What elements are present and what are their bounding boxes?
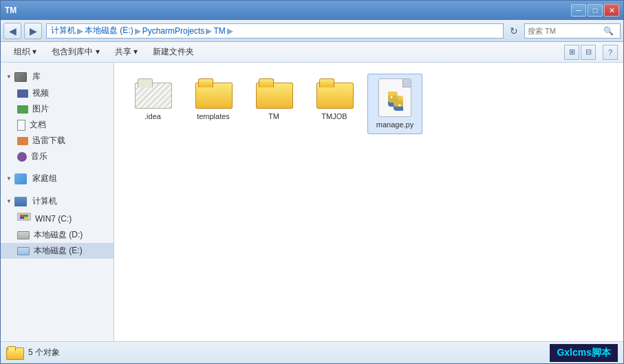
sidebar-item-downloads[interactable]: 迅雷下载: [1, 133, 114, 149]
search-input[interactable]: [528, 27, 603, 35]
file-item-templates[interactable]: templates: [186, 74, 241, 134]
path-part-pyprojects: PycharmProjects: [142, 26, 205, 36]
sidebar-item-music[interactable]: 音乐: [1, 149, 114, 164]
sidebar-item-local-e[interactable]: 本地磁盘 (E:): [1, 243, 114, 259]
drive-d-icon: [17, 231, 30, 239]
refresh-button[interactable]: ↻: [506, 23, 521, 39]
include-library-button[interactable]: 包含到库中 ▾: [44, 44, 107, 61]
close-button[interactable]: ✕: [604, 4, 619, 17]
view-controls: ⊞ ⊟ ?: [564, 45, 618, 60]
sidebar-item-documents[interactable]: 文档: [1, 117, 114, 133]
new-folder-label: 新建文件夹: [153, 46, 194, 58]
sidebar-item-images[interactable]: 图片: [1, 101, 114, 117]
video-icon: [17, 89, 28, 98]
folder-tm-icon: [256, 78, 292, 109]
share-button[interactable]: 共享 ▾: [107, 44, 145, 61]
window-title: TM: [5, 6, 17, 15]
status-count: 5 个对象: [28, 347, 60, 358]
path-part-computer: 计算机: [51, 25, 76, 36]
share-label: 共享 ▾: [115, 46, 138, 58]
status-folder-icon: [6, 346, 23, 360]
computer-collapse-icon: ▼: [6, 198, 12, 204]
win-drive-icon: [17, 212, 31, 225]
content-area: .idea templates TM TMJOB: [114, 63, 623, 341]
forward-button[interactable]: ▶: [24, 23, 42, 39]
computer-label: 计算机: [32, 195, 57, 207]
sidebar-item-music-label: 音乐: [31, 151, 47, 162]
sidebar-item-local-d[interactable]: 本地磁盘 (D:): [1, 227, 114, 243]
lib-icon: [14, 72, 27, 82]
file-label-manage-py: manage.py: [376, 120, 413, 129]
folder-templates-icon: [195, 78, 231, 109]
svg-rect-3: [24, 215, 28, 217]
music-icon: [17, 152, 27, 162]
toolbar: 组织 ▾ 包含到库中 ▾ 共享 ▾ 新建文件夹 ⊞ ⊟ ?: [1, 42, 623, 63]
path-part-tm: TM: [213, 26, 225, 36]
sidebar-item-images-label: 图片: [32, 103, 49, 115]
maximize-button[interactable]: □: [588, 4, 603, 17]
sidebar-item-videos-label: 视频: [32, 87, 49, 99]
include-label: 包含到库中 ▾: [52, 46, 99, 58]
explorer-window: TM ─ □ ✕ ◀ ▶ 计算机 ▶ 本地磁盘 (E:) ▶ PycharmPr…: [0, 0, 624, 364]
sidebar: ▼ 库 视频 图片 文档 迅雷下载 音乐: [1, 63, 114, 341]
folder-idea-icon: [135, 78, 171, 109]
path-part-drive: 本地磁盘 (E:): [85, 25, 133, 36]
sidebar-item-documents-label: 文档: [30, 119, 46, 131]
watermark: Gxlcms脚本: [550, 344, 618, 362]
svg-rect-2: [20, 215, 24, 217]
sidebar-section-homegroup[interactable]: ▼ 家庭组: [1, 170, 114, 187]
drive-e-icon: [17, 247, 30, 255]
doc-icon: [17, 120, 25, 131]
title-bar: TM ─ □ ✕: [1, 1, 623, 20]
sidebar-item-win7c-label: WIN7 (C:): [35, 214, 72, 224]
organize-button[interactable]: 组织 ▾: [6, 44, 44, 61]
minimize-button[interactable]: ─: [571, 4, 586, 17]
view-list-button[interactable]: ⊟: [581, 45, 596, 60]
homegroup-label: 家庭组: [32, 173, 57, 184]
view-grid-button[interactable]: ⊞: [564, 45, 579, 60]
file-item-idea[interactable]: .idea: [125, 74, 180, 134]
lib-collapse-icon: ▼: [6, 74, 12, 80]
sidebar-item-videos[interactable]: 视频: [1, 85, 114, 101]
sidebar-item-local-e-label: 本地磁盘 (E:): [34, 245, 83, 257]
folder-tmjob-icon: [316, 78, 352, 109]
sidebar-section-lib[interactable]: ▼ 库: [1, 68, 114, 85]
main-area: ▼ 库 视频 图片 文档 迅雷下载 音乐: [1, 63, 623, 341]
svg-point-7: [399, 105, 401, 107]
file-item-tm[interactable]: TM: [246, 74, 301, 134]
sidebar-item-win7c[interactable]: WIN7 (C:): [1, 210, 114, 227]
file-label-templates: templates: [197, 111, 230, 121]
file-label-tmjob: TMJOB: [321, 111, 347, 121]
py-file-icon: [378, 78, 411, 117]
window-controls: ─ □ ✕: [571, 4, 619, 17]
status-bar: 5 个对象 Gxlcms脚本: [1, 341, 623, 363]
help-button[interactable]: ?: [603, 45, 618, 60]
homegroup-icon: [14, 173, 27, 184]
sidebar-item-local-d-label: 本地磁盘 (D:): [34, 229, 83, 241]
svg-point-6: [391, 96, 393, 98]
new-folder-button[interactable]: 新建文件夹: [145, 44, 202, 61]
search-box: 🔍: [524, 23, 621, 39]
back-button[interactable]: ◀: [3, 23, 21, 39]
address-bar: ◀ ▶ 计算机 ▶ 本地磁盘 (E:) ▶ PycharmProjects ▶ …: [1, 20, 623, 42]
sidebar-item-downloads-label: 迅雷下载: [32, 135, 65, 147]
lib-label: 库: [32, 71, 41, 83]
image-icon: [17, 105, 28, 114]
homegroup-collapse-icon: ▼: [6, 175, 12, 182]
svg-rect-5: [24, 217, 28, 219]
address-path[interactable]: 计算机 ▶ 本地磁盘 (E:) ▶ PycharmProjects ▶ TM ▶: [46, 23, 504, 39]
file-label-tm: TM: [268, 111, 279, 121]
svg-rect-4: [20, 217, 24, 219]
file-item-tmjob[interactable]: TMJOB: [307, 74, 362, 134]
computer-icon: [14, 197, 27, 206]
search-icon[interactable]: 🔍: [603, 26, 614, 36]
download-icon: [17, 137, 28, 145]
file-label-idea: .idea: [144, 111, 161, 121]
sidebar-section-computer[interactable]: ▼ 计算机: [1, 193, 114, 210]
file-item-manage-py[interactable]: manage.py: [367, 74, 422, 134]
organize-label: 组织 ▾: [14, 46, 36, 58]
